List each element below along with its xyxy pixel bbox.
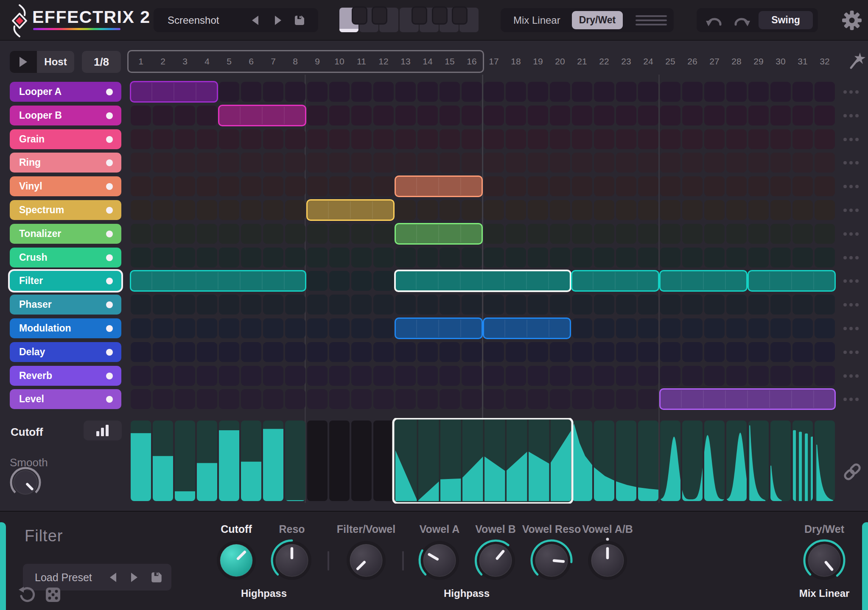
grid-cell[interactable] [395, 366, 416, 386]
timeline-step-number[interactable]: 23 [615, 56, 637, 67]
grid-cell[interactable] [638, 248, 658, 267]
sequencer-block[interactable] [571, 270, 659, 292]
grid-cell[interactable] [616, 366, 636, 386]
effect-enable-dot[interactable] [106, 301, 113, 308]
grid-cell[interactable] [550, 389, 570, 409]
effect-enable-dot[interactable] [106, 183, 113, 190]
grid-cell[interactable] [351, 248, 372, 267]
grid-cell[interactable] [395, 129, 416, 149]
grid-cell[interactable] [704, 176, 725, 196]
grid-cell[interactable] [594, 129, 614, 149]
effect-preset-prev[interactable] [110, 573, 116, 582]
effect-enable-dot[interactable] [106, 373, 113, 379]
grid-cell[interactable] [616, 106, 636, 125]
grid-cell[interactable] [351, 153, 372, 173]
grid-cell[interactable] [748, 366, 769, 386]
grid-cell[interactable] [616, 318, 636, 338]
grid-cell[interactable] [219, 342, 239, 362]
grid-cell[interactable] [815, 342, 835, 362]
settings-gear-icon[interactable] [842, 10, 862, 31]
grid-cell[interactable] [263, 342, 283, 362]
grid-cell[interactable] [550, 342, 570, 362]
grid-cell[interactable] [329, 366, 350, 386]
grid-cell[interactable] [307, 271, 328, 291]
row-options-button[interactable] [843, 256, 859, 259]
grid-cell[interactable] [241, 176, 261, 196]
grid-cell[interactable] [770, 342, 791, 362]
grid-cell[interactable] [594, 224, 614, 244]
grid-cell[interactable] [792, 366, 813, 386]
grid-cell[interactable] [506, 389, 526, 409]
grid-cell[interactable] [197, 176, 217, 196]
grid-cell[interactable] [748, 224, 769, 244]
grid-cell[interactable] [682, 366, 703, 386]
sidebar-effect-reverb[interactable]: Reverb [10, 366, 121, 386]
grid-cell[interactable] [373, 106, 394, 125]
grid-cell[interactable] [528, 153, 548, 173]
magic-wand-icon[interactable] [848, 51, 865, 70]
grid-cell[interactable] [572, 224, 592, 244]
grid-cell[interactable] [572, 200, 592, 220]
sequencer-block[interactable] [748, 270, 836, 292]
grid-cell[interactable] [131, 248, 151, 267]
grid-cell[interactable] [307, 129, 328, 149]
row-options-button[interactable] [843, 327, 859, 330]
row-options-button[interactable] [843, 185, 859, 188]
grid-cell[interactable] [351, 295, 372, 315]
grid-cell[interactable] [219, 248, 239, 267]
grid-cell[interactable] [307, 366, 328, 386]
grid-cell[interactable] [417, 153, 438, 173]
grid-cell[interactable] [660, 295, 680, 315]
grid-cell[interactable] [131, 129, 151, 149]
grid-cell[interactable] [417, 106, 438, 125]
grid-cell[interactable] [175, 200, 195, 220]
grid-cell[interactable] [528, 106, 548, 125]
grid-cell[interactable] [153, 366, 173, 386]
grid-cell[interactable] [770, 366, 791, 386]
effect-preset-placeholder[interactable]: Load Preset [35, 571, 92, 584]
grid-cell[interactable] [373, 389, 394, 409]
row-options-button[interactable] [843, 303, 859, 306]
grid-cell[interactable] [373, 295, 394, 315]
grid-cell[interactable] [638, 200, 658, 220]
timeline-step-number[interactable]: 17 [483, 56, 505, 67]
grid-cell[interactable] [550, 295, 570, 315]
grid-cell[interactable] [131, 389, 151, 409]
sequencer-block[interactable] [130, 81, 218, 103]
grid-cell[interactable] [440, 248, 460, 267]
grid-cell[interactable] [704, 342, 725, 362]
grid-cell[interactable] [131, 176, 151, 196]
grid-cell[interactable] [770, 295, 791, 315]
grid-cell[interactable] [616, 389, 636, 409]
grid-cell[interactable] [417, 200, 438, 220]
grid-cell[interactable] [329, 153, 350, 173]
grid-cell[interactable] [704, 295, 725, 315]
grid-cell[interactable] [770, 129, 791, 149]
grid-cell[interactable] [616, 176, 636, 196]
grid-cell[interactable] [792, 153, 813, 173]
sequencer-block-selected[interactable] [394, 270, 571, 292]
reset-icon[interactable] [19, 586, 36, 604]
grid-cell[interactable] [307, 153, 328, 173]
grid-cell[interactable] [792, 342, 813, 362]
grid-cell[interactable] [770, 224, 791, 244]
grid-cell[interactable] [307, 295, 328, 315]
sidebar-effect-filter[interactable]: Filter [10, 271, 121, 291]
grid-cell[interactable] [197, 366, 217, 386]
grid-cell[interactable] [263, 389, 283, 409]
grid-cell[interactable] [219, 295, 239, 315]
grid-cell[interactable] [462, 248, 482, 267]
grid-cell[interactable] [506, 342, 526, 362]
grid-cell[interactable] [329, 106, 350, 125]
grid-cell[interactable] [726, 318, 747, 338]
grid-cell[interactable] [329, 271, 350, 291]
grid-cell[interactable] [241, 200, 261, 220]
grid-cell[interactable] [704, 366, 725, 386]
piano-black-key[interactable] [353, 8, 366, 23]
grid-cell[interactable] [219, 129, 239, 149]
grid-cell[interactable] [197, 248, 217, 267]
timeline-step-number[interactable]: 20 [549, 56, 571, 67]
grid-cell[interactable] [307, 389, 328, 409]
grid-cell[interactable] [197, 318, 217, 338]
grid-cell[interactable] [197, 106, 217, 125]
